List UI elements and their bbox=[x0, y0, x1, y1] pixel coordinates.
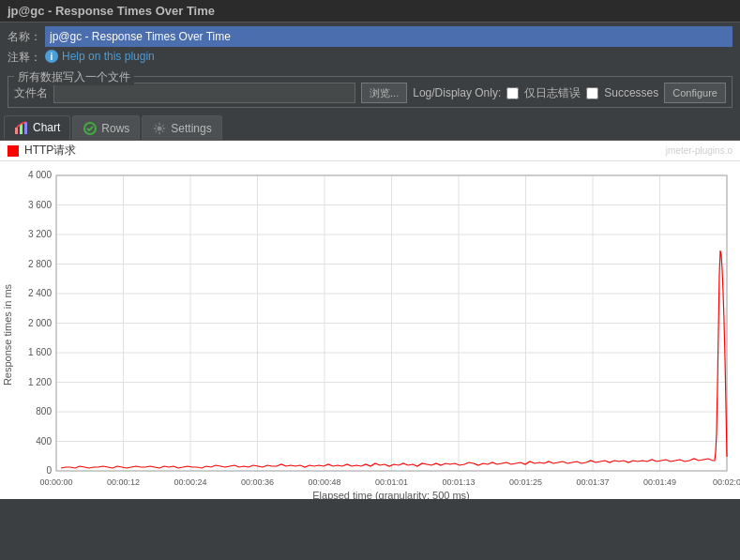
svg-text:00:02:0: 00:02:0 bbox=[713, 477, 740, 487]
successes-checkbox[interactable] bbox=[586, 87, 598, 99]
svg-text:Elapsed time (granularity: 500: Elapsed time (granularity: 500 ms) bbox=[312, 490, 470, 499]
name-label: 名称： bbox=[8, 29, 45, 45]
svg-text:4 000: 4 000 bbox=[28, 170, 52, 180]
file-section-label: 所有数据写入一个文件 bbox=[14, 69, 134, 85]
help-text[interactable]: Help on this plugin bbox=[62, 50, 155, 63]
svg-text:00:01:01: 00:01:01 bbox=[375, 477, 408, 487]
tab-chart[interactable]: Chart bbox=[4, 115, 70, 140]
legend-label: HTTP请求 bbox=[24, 143, 76, 159]
chart-tab-icon bbox=[14, 120, 29, 135]
svg-text:00:01:37: 00:01:37 bbox=[576, 477, 609, 487]
legend-color-box bbox=[8, 145, 19, 157]
svg-text:00:01:25: 00:01:25 bbox=[509, 477, 542, 487]
window-title: jp@gc - Response Times Over Time bbox=[8, 4, 215, 18]
chart-line bbox=[61, 250, 727, 468]
title-bar: jp@gc - Response Times Over Time bbox=[0, 0, 740, 23]
svg-text:1 600: 1 600 bbox=[28, 347, 52, 357]
svg-text:3 600: 3 600 bbox=[28, 200, 52, 210]
log-errors-label: 仅日志错误 bbox=[524, 85, 581, 101]
chart-legend-row: HTTP请求 jmeter-plugins.o bbox=[0, 141, 740, 161]
svg-text:00:00:36: 00:00:36 bbox=[241, 477, 274, 487]
svg-text:800: 800 bbox=[36, 406, 52, 416]
file-section: 所有数据写入一个文件 文件名 浏览... Log/Display Only: 仅… bbox=[8, 76, 732, 108]
svg-text:2 800: 2 800 bbox=[28, 259, 52, 269]
rows-tab-label: Rows bbox=[101, 122, 129, 135]
svg-rect-0 bbox=[15, 128, 18, 134]
svg-text:00:00:12: 00:00:12 bbox=[107, 477, 140, 487]
name-input[interactable] bbox=[45, 26, 732, 47]
name-row: 名称： bbox=[8, 26, 732, 47]
form-area: 名称： 注释： i Help on this plugin bbox=[0, 23, 740, 72]
successes-label: Successes bbox=[604, 86, 658, 99]
svg-rect-2 bbox=[24, 122, 27, 134]
settings-tab-icon bbox=[152, 121, 167, 136]
note-row: 注释： i Help on this plugin bbox=[8, 50, 732, 66]
y-axis-label: Response times in ms bbox=[2, 283, 13, 386]
info-icon: i bbox=[45, 50, 58, 63]
note-label: 注释： bbox=[8, 50, 45, 66]
file-name-input[interactable] bbox=[53, 83, 355, 103]
tab-rows[interactable]: Rows bbox=[72, 115, 140, 140]
svg-text:00:01:49: 00:01:49 bbox=[643, 477, 676, 487]
log-errors-checkbox[interactable] bbox=[506, 87, 519, 99]
tab-settings[interactable]: Settings bbox=[142, 115, 221, 140]
svg-text:00:00:00: 00:00:00 bbox=[39, 477, 72, 487]
settings-tab-label: Settings bbox=[171, 122, 211, 135]
svg-text:0: 0 bbox=[46, 465, 52, 476]
file-row: 文件名 浏览... Log/Display Only: 仅日志错误 Succes… bbox=[14, 83, 726, 103]
chart-area: HTTP请求 jmeter-plugins.o Response times i… bbox=[0, 141, 740, 499]
tabs-bar: Chart Rows Settings bbox=[0, 112, 740, 141]
svg-text:2 400: 2 400 bbox=[28, 288, 52, 298]
svg-text:3 200: 3 200 bbox=[28, 229, 52, 239]
svg-point-4 bbox=[158, 126, 162, 130]
svg-text:00:00:48: 00:00:48 bbox=[308, 477, 340, 487]
svg-text:2 000: 2 000 bbox=[28, 318, 52, 328]
svg-text:00:00:24: 00:00:24 bbox=[174, 477, 206, 487]
chart-svg-wrapper: Response times in ms 0 400 800 1 200 bbox=[0, 161, 740, 499]
rows-tab-icon bbox=[83, 121, 98, 136]
log-display-label: Log/Display Only: bbox=[413, 86, 501, 99]
svg-text:400: 400 bbox=[36, 436, 52, 446]
log-options: Log/Display Only: 仅日志错误 Successes bbox=[413, 85, 658, 101]
chart-svg: Response times in ms 0 400 800 1 200 bbox=[0, 161, 740, 499]
browse-button[interactable]: 浏览... bbox=[361, 83, 407, 103]
file-name-label: 文件名 bbox=[14, 85, 48, 101]
help-link[interactable]: i Help on this plugin bbox=[45, 50, 155, 63]
chart-watermark: jmeter-plugins.o bbox=[666, 145, 732, 156]
svg-text:1 200: 1 200 bbox=[28, 377, 52, 387]
chart-tab-label: Chart bbox=[33, 121, 60, 134]
svg-text:00:01:13: 00:01:13 bbox=[442, 477, 475, 487]
configure-button[interactable]: Configure bbox=[664, 83, 726, 103]
